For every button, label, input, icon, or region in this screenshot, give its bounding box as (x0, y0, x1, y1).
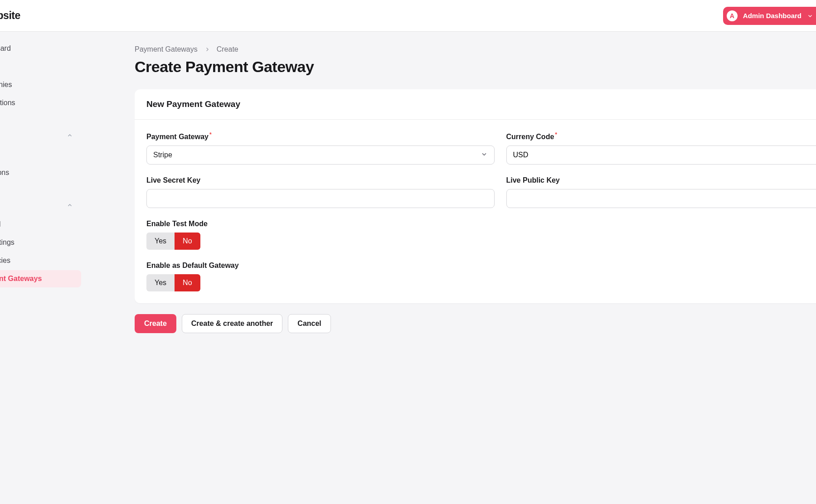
chevron-right-icon (204, 46, 210, 53)
cancel-button[interactable]: Cancel (288, 314, 330, 333)
public-key-input[interactable] (506, 189, 816, 208)
sidebar-item-collections[interactable]: lections (0, 164, 81, 181)
gateway-label: Payment Gateway* (146, 131, 495, 141)
sidebar-item-label: l Settings (0, 238, 15, 247)
test-mode-yes[interactable]: Yes (146, 233, 175, 250)
card-title: New Payment Gateway (135, 89, 816, 120)
default-gateway-toggle: Yes No (146, 274, 200, 291)
chevron-up-icon (67, 202, 73, 210)
secret-key-label: Live Secret Key (146, 176, 495, 184)
sidebar-item-label: neral (0, 220, 1, 228)
gateway-select[interactable]: Stripe (146, 145, 495, 165)
breadcrumb-current: Create (217, 45, 238, 53)
chevron-up-icon (67, 132, 73, 141)
form-actions: Create Create & create another Cancel (135, 314, 816, 333)
sidebar-item-label: rrencies (0, 257, 10, 265)
breadcrumb-parent[interactable]: Payment Gateways (135, 45, 198, 53)
create-button[interactable]: Create (135, 314, 176, 333)
create-another-button[interactable]: Create & create another (182, 314, 283, 333)
sidebar-group-toggle-2[interactable] (0, 198, 81, 215)
sidebar-item-label: mpanies (0, 81, 12, 89)
sidebar-item-label: yment Gateways (0, 275, 42, 283)
app-header: sk Website A Admin Dashboard (0, 0, 816, 32)
sidebar-item-settings[interactable]: l Settings (0, 234, 81, 251)
test-mode-toggle: Yes No (146, 233, 200, 250)
site-title: sk Website (0, 10, 20, 22)
public-key-value[interactable] (513, 194, 816, 203)
currency-label: Curreny Code* (506, 131, 816, 141)
chevron-down-icon (807, 13, 813, 19)
sidebar-item-users[interactable]: rs (0, 58, 81, 75)
default-gateway-no[interactable]: No (175, 274, 200, 291)
sidebar-item-transactions[interactable]: nsactions (0, 94, 81, 111)
avatar: A (727, 10, 738, 21)
sidebar: shboard rs mpanies nsactions s ms lectio… (0, 32, 85, 360)
sidebar-item-general[interactable]: neral (0, 216, 81, 233)
sidebar-item-label: nsactions (0, 99, 15, 107)
gateway-value: Stripe (153, 151, 172, 159)
page-title: Create Payment Gateway (135, 58, 816, 76)
user-menu-dropdown[interactable]: A Admin Dashboard (723, 7, 816, 25)
sidebar-item-payment-gateways[interactable]: yment Gateways (0, 270, 81, 287)
sidebar-item-companies[interactable]: mpanies (0, 76, 81, 93)
breadcrumb: Payment Gateways Create (135, 45, 816, 53)
main-content: Payment Gateways Create Create Payment G… (85, 32, 816, 360)
currency-value[interactable] (513, 151, 816, 159)
sidebar-item-dashboard[interactable]: shboard (0, 40, 81, 57)
currency-input[interactable]: ✕ (506, 145, 816, 165)
test-mode-no[interactable]: No (175, 233, 200, 250)
default-gateway-yes[interactable]: Yes (146, 274, 175, 291)
sidebar-item-label: shboard (0, 44, 11, 53)
secret-key-value[interactable] (153, 194, 488, 203)
sidebar-item-label: lections (0, 169, 9, 177)
sidebar-item-forms[interactable]: ms (0, 146, 81, 163)
user-menu-label: Admin Dashboard (743, 12, 801, 19)
public-key-label: Live Public Key (506, 176, 816, 184)
sidebar-group-toggle-1[interactable]: s (0, 128, 81, 145)
test-mode-label: Enable Test Mode (146, 220, 816, 228)
chevron-down-icon (481, 150, 488, 160)
sidebar-item-currencies[interactable]: rrencies (0, 252, 81, 269)
secret-key-input[interactable] (146, 189, 495, 208)
default-gateway-label: Enable as Default Gateway (146, 262, 816, 270)
form-card: New Payment Gateway Payment Gateway* Str… (135, 89, 816, 303)
